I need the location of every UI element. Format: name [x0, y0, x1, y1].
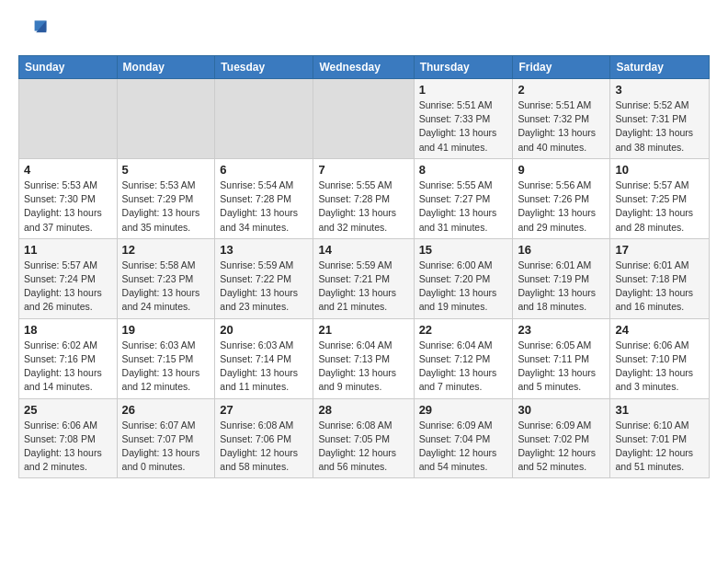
day-cell: 17Sunrise: 6:01 AMSunset: 7:18 PMDayligh… — [610, 238, 710, 318]
day-number: 8 — [419, 163, 508, 177]
day-number: 5 — [122, 163, 210, 177]
day-cell — [313, 79, 414, 159]
day-info: Sunrise: 6:01 AMSunset: 7:18 PMDaylight:… — [615, 259, 693, 313]
day-cell: 1Sunrise: 5:51 AMSunset: 7:33 PMDaylight… — [414, 79, 513, 159]
day-number: 22 — [419, 323, 508, 337]
day-number: 2 — [518, 83, 605, 97]
day-info: Sunrise: 5:59 AMSunset: 7:22 PMDaylight:… — [220, 259, 298, 313]
day-cell: 4Sunrise: 5:53 AMSunset: 7:30 PMDaylight… — [19, 158, 118, 238]
day-number: 20 — [220, 323, 308, 337]
day-number: 10 — [615, 163, 704, 177]
day-info: Sunrise: 6:03 AMSunset: 7:15 PMDaylight:… — [122, 339, 200, 393]
day-info: Sunrise: 5:55 AMSunset: 7:28 PMDaylight:… — [318, 179, 396, 233]
day-number: 17 — [615, 243, 704, 257]
day-cell: 28Sunrise: 6:08 AMSunset: 7:05 PMDayligh… — [313, 398, 414, 478]
day-number: 14 — [318, 243, 408, 257]
day-number: 31 — [615, 403, 704, 417]
header — [18, 15, 710, 44]
week-row-2: 4Sunrise: 5:53 AMSunset: 7:30 PMDaylight… — [19, 158, 710, 238]
day-info: Sunrise: 6:06 AMSunset: 7:08 PMDaylight:… — [24, 419, 102, 473]
day-info: Sunrise: 6:09 AMSunset: 7:04 PMDaylight:… — [419, 419, 497, 473]
logo — [18, 15, 51, 44]
day-info: Sunrise: 5:58 AMSunset: 7:23 PMDaylight:… — [122, 259, 200, 313]
day-number: 27 — [220, 403, 308, 417]
day-cell: 19Sunrise: 6:03 AMSunset: 7:15 PMDayligh… — [117, 318, 215, 398]
header-row: SundayMondayTuesdayWednesdayThursdayFrid… — [19, 56, 710, 79]
day-cell: 12Sunrise: 5:58 AMSunset: 7:23 PMDayligh… — [117, 238, 215, 318]
logo-icon — [18, 15, 48, 44]
day-info: Sunrise: 6:01 AMSunset: 7:19 PMDaylight:… — [518, 259, 596, 313]
day-number: 4 — [24, 163, 112, 177]
day-cell: 15Sunrise: 6:00 AMSunset: 7:20 PMDayligh… — [414, 238, 513, 318]
week-row-4: 18Sunrise: 6:02 AMSunset: 7:16 PMDayligh… — [19, 318, 710, 398]
day-number: 9 — [518, 163, 605, 177]
day-cell: 5Sunrise: 5:53 AMSunset: 7:29 PMDaylight… — [117, 158, 215, 238]
day-info: Sunrise: 5:54 AMSunset: 7:28 PMDaylight:… — [220, 179, 298, 233]
day-cell: 20Sunrise: 6:03 AMSunset: 7:14 PMDayligh… — [215, 318, 313, 398]
day-cell: 30Sunrise: 6:09 AMSunset: 7:02 PMDayligh… — [513, 398, 610, 478]
header-cell-monday: Monday — [117, 56, 215, 79]
day-cell: 24Sunrise: 6:06 AMSunset: 7:10 PMDayligh… — [610, 318, 710, 398]
day-number: 3 — [615, 83, 704, 97]
day-cell — [19, 79, 118, 159]
day-number: 1 — [419, 83, 508, 97]
header-cell-tuesday: Tuesday — [215, 56, 313, 79]
day-number: 21 — [318, 323, 408, 337]
day-cell — [215, 79, 313, 159]
day-info: Sunrise: 6:02 AMSunset: 7:16 PMDaylight:… — [24, 339, 102, 393]
day-number: 30 — [518, 403, 605, 417]
day-number: 25 — [24, 403, 112, 417]
day-info: Sunrise: 5:56 AMSunset: 7:26 PMDaylight:… — [518, 179, 596, 233]
day-number: 28 — [318, 403, 408, 417]
day-info: Sunrise: 5:51 AMSunset: 7:32 PMDaylight:… — [518, 99, 596, 153]
day-cell: 14Sunrise: 5:59 AMSunset: 7:21 PMDayligh… — [313, 238, 414, 318]
week-row-3: 11Sunrise: 5:57 AMSunset: 7:24 PMDayligh… — [19, 238, 710, 318]
day-number: 19 — [122, 323, 210, 337]
day-info: Sunrise: 5:52 AMSunset: 7:31 PMDaylight:… — [615, 99, 693, 153]
day-number: 7 — [318, 163, 408, 177]
day-number: 15 — [419, 243, 508, 257]
day-info: Sunrise: 6:00 AMSunset: 7:20 PMDaylight:… — [419, 259, 497, 313]
day-info: Sunrise: 6:05 AMSunset: 7:11 PMDaylight:… — [518, 339, 596, 393]
day-number: 11 — [24, 243, 112, 257]
day-cell: 2Sunrise: 5:51 AMSunset: 7:32 PMDaylight… — [513, 79, 610, 159]
day-info: Sunrise: 6:07 AMSunset: 7:07 PMDaylight:… — [122, 419, 200, 473]
day-number: 16 — [518, 243, 605, 257]
day-cell: 16Sunrise: 6:01 AMSunset: 7:19 PMDayligh… — [513, 238, 610, 318]
day-cell — [117, 79, 215, 159]
header-cell-friday: Friday — [513, 56, 610, 79]
day-info: Sunrise: 5:53 AMSunset: 7:30 PMDaylight:… — [24, 179, 102, 233]
day-number: 24 — [615, 323, 704, 337]
day-number: 23 — [518, 323, 605, 337]
header-cell-wednesday: Wednesday — [313, 56, 414, 79]
day-cell: 7Sunrise: 5:55 AMSunset: 7:28 PMDaylight… — [313, 158, 414, 238]
day-info: Sunrise: 6:04 AMSunset: 7:12 PMDaylight:… — [419, 339, 497, 393]
day-cell: 9Sunrise: 5:56 AMSunset: 7:26 PMDaylight… — [513, 158, 610, 238]
week-row-5: 25Sunrise: 6:06 AMSunset: 7:08 PMDayligh… — [19, 398, 710, 478]
day-number: 13 — [220, 243, 308, 257]
day-info: Sunrise: 6:10 AMSunset: 7:01 PMDaylight:… — [615, 419, 693, 473]
day-number: 6 — [220, 163, 308, 177]
day-cell: 21Sunrise: 6:04 AMSunset: 7:13 PMDayligh… — [313, 318, 414, 398]
header-cell-thursday: Thursday — [414, 56, 513, 79]
day-info: Sunrise: 6:03 AMSunset: 7:14 PMDaylight:… — [220, 339, 298, 393]
day-cell: 10Sunrise: 5:57 AMSunset: 7:25 PMDayligh… — [610, 158, 710, 238]
day-cell: 13Sunrise: 5:59 AMSunset: 7:22 PMDayligh… — [215, 238, 313, 318]
day-number: 29 — [419, 403, 508, 417]
day-info: Sunrise: 6:08 AMSunset: 7:05 PMDaylight:… — [318, 419, 396, 473]
day-info: Sunrise: 5:57 AMSunset: 7:25 PMDaylight:… — [615, 179, 693, 233]
header-cell-sunday: Sunday — [19, 56, 118, 79]
day-cell: 11Sunrise: 5:57 AMSunset: 7:24 PMDayligh… — [19, 238, 118, 318]
day-cell: 22Sunrise: 6:04 AMSunset: 7:12 PMDayligh… — [414, 318, 513, 398]
day-info: Sunrise: 5:55 AMSunset: 7:27 PMDaylight:… — [419, 179, 497, 233]
day-info: Sunrise: 5:57 AMSunset: 7:24 PMDaylight:… — [24, 259, 102, 313]
day-info: Sunrise: 6:04 AMSunset: 7:13 PMDaylight:… — [318, 339, 396, 393]
day-info: Sunrise: 6:08 AMSunset: 7:06 PMDaylight:… — [220, 419, 298, 473]
day-cell: 26Sunrise: 6:07 AMSunset: 7:07 PMDayligh… — [117, 398, 215, 478]
day-info: Sunrise: 6:06 AMSunset: 7:10 PMDaylight:… — [615, 339, 693, 393]
day-cell: 29Sunrise: 6:09 AMSunset: 7:04 PMDayligh… — [414, 398, 513, 478]
page: SundayMondayTuesdayWednesdayThursdayFrid… — [0, 0, 728, 488]
day-info: Sunrise: 5:59 AMSunset: 7:21 PMDaylight:… — [318, 259, 396, 313]
day-cell: 8Sunrise: 5:55 AMSunset: 7:27 PMDaylight… — [414, 158, 513, 238]
day-cell: 3Sunrise: 5:52 AMSunset: 7:31 PMDaylight… — [610, 79, 710, 159]
